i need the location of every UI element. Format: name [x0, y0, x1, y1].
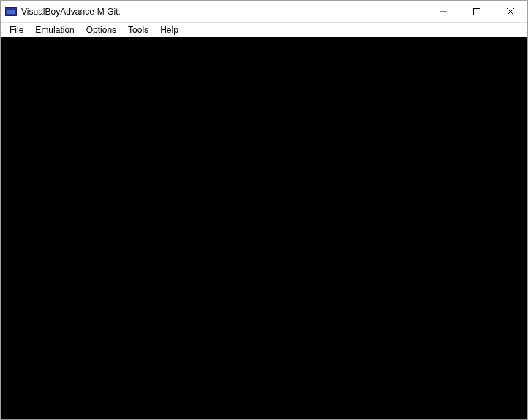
svg-rect-1 [474, 8, 480, 15]
menu-emulation[interactable]: Emulation [29, 23, 80, 37]
menu-help-rest: elp [167, 25, 178, 35]
menu-help[interactable]: Help [154, 23, 184, 37]
app-icon [5, 7, 17, 16]
menu-tools-rest: ools [132, 25, 148, 35]
menu-emulation-rest: mulation [41, 25, 74, 35]
menu-file-rest: ile [15, 25, 23, 35]
menu-options-rest: ptions [93, 25, 116, 35]
menu-tools[interactable]: Tools [122, 23, 154, 37]
menu-file[interactable]: File [4, 23, 29, 37]
close-button[interactable] [494, 1, 527, 22]
app-window: VisualBoyAdvance-M Git: File Emulation O… [0, 0, 528, 420]
maximize-icon [473, 8, 480, 15]
minimize-icon [440, 8, 447, 15]
titlebar[interactable]: VisualBoyAdvance-M Git: [1, 1, 527, 23]
emulator-viewport[interactable] [1, 37, 527, 419]
titlebar-left: VisualBoyAdvance-M Git: [5, 7, 121, 17]
close-icon [507, 8, 514, 15]
maximize-button[interactable] [460, 1, 494, 22]
menu-options[interactable]: Options [80, 23, 122, 37]
minimize-button[interactable] [426, 1, 460, 22]
window-title: VisualBoyAdvance-M Git: [21, 7, 121, 17]
menubar: File Emulation Options Tools Help [1, 23, 527, 37]
window-controls [426, 1, 527, 22]
